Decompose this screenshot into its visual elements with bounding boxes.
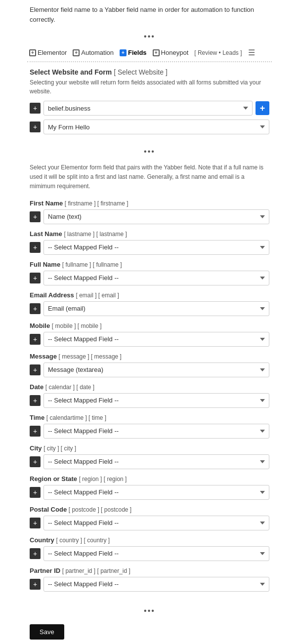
country-label: Country [ country ] [ country ] (30, 536, 269, 544)
date-row: + -- Select Mapped Field -- (30, 393, 269, 408)
full-name-select[interactable]: -- Select Mapped Field -- (43, 271, 269, 285)
partner-id-add-button[interactable]: + (30, 579, 41, 590)
tab-fields[interactable]: + Fields (118, 48, 149, 57)
form-add-button[interactable]: + (30, 121, 41, 132)
country-block: Country [ country ] [ country ] + -- Sel… (30, 536, 269, 561)
fields-plus-icon: + (120, 49, 127, 56)
date-block: Date [ calendar ] [ date ] + -- Select M… (30, 383, 269, 408)
automation-plus-icon: + (73, 49, 80, 56)
region-row: + -- Select Mapped Field -- (30, 485, 269, 500)
postal-label: Postal Code [ postcode ] [ postcode ] (30, 506, 269, 513)
first-name-label: First Name [ firstname ] [ firstname ] (30, 200, 269, 207)
partner-id-label: Partner ID [ partner_id ] [ partner_id ] (30, 567, 269, 574)
mobile-row: + -- Select Mapped Field -- (30, 332, 269, 347)
date-label: Date [ calendar ] [ date ] (30, 383, 269, 391)
top-dots-divider: ••• (0, 29, 299, 44)
page-wrapper: Elementor field name to a Yabber field n… (0, 0, 299, 644)
region-label: Region or State [ region ] [ region ] (30, 475, 269, 483)
first-name-row: + Name (text) -- Select Mapped Field -- (30, 209, 269, 224)
postal-add-button[interactable]: + (30, 518, 41, 528)
time-select[interactable]: -- Select Mapped Field -- (43, 424, 269, 439)
partner-id-select[interactable]: -- Select Mapped Field -- (43, 577, 269, 592)
email-label: Email Address [ email ] [ email ] (30, 291, 269, 299)
full-name-add-button[interactable]: + (30, 273, 41, 283)
last-name-label: Last Name [ lastname ] [ lastname ] (30, 230, 269, 238)
save-button[interactable]: Save (30, 624, 64, 640)
message-select[interactable]: Message (textarea) -- Select Mapped Fiel… (43, 362, 269, 377)
last-name-select[interactable]: -- Select Mapped Field -- (43, 240, 269, 255)
tab-automation[interactable]: + Automation (71, 48, 116, 57)
tab-honeypot[interactable]: + Honeypot (151, 48, 191, 57)
honeypot-plus-icon: + (153, 49, 160, 56)
last-name-add-button[interactable]: + (30, 242, 41, 253)
date-select[interactable]: -- Select Mapped Field -- (43, 393, 269, 408)
tab-review-leads: [ Review • Leads ] (192, 48, 244, 57)
mobile-add-button[interactable]: + (30, 334, 41, 345)
tab-elementor-label: Elementor (38, 49, 67, 56)
fields-section: First Name [ firstname ] [ firstname ] +… (0, 194, 299, 604)
postal-block: Postal Code [ postcode ] [ postcode ] + … (30, 506, 269, 530)
partner-id-row: + -- Select Mapped Field -- (30, 577, 269, 592)
first-name-add-button[interactable]: + (30, 211, 41, 222)
elementor-plus-icon: + (29, 49, 36, 56)
email-row: + Email (email) -- Select Mapped Field -… (30, 301, 269, 316)
middle-dots-divider: ••• (0, 144, 299, 159)
website-form-desc: Selecting your website will return form … (30, 78, 269, 96)
city-block: City [ city ] [ city ] + -- Select Mappe… (30, 444, 269, 469)
full-name-row: + -- Select Mapped Field -- (30, 271, 269, 285)
form-row: + My Form Hello (30, 120, 269, 134)
top-description: Elementor field name to a Yabber field n… (0, 0, 299, 29)
country-add-button[interactable]: + (30, 548, 41, 559)
mobile-label: Mobile [ mobile ] [ mobile ] (30, 322, 269, 329)
message-add-button[interactable]: + (30, 364, 41, 375)
tab-list-icon[interactable]: ☰ (246, 47, 257, 58)
website-form-title: Select Website and Form [ Select Website… (30, 68, 269, 76)
region-block: Region or State [ region ] [ region ] + … (30, 475, 269, 500)
full-name-label: Full Name [ fullname ] [ fullname ] (30, 261, 269, 268)
email-add-button[interactable]: + (30, 303, 41, 314)
save-section: Save (0, 618, 299, 644)
country-select[interactable]: -- Select Mapped Field -- (43, 546, 269, 561)
website-form-section: Select Website and Form [ Select Website… (0, 62, 299, 144)
postal-select[interactable]: -- Select Mapped Field -- (43, 516, 269, 530)
first-name-block: First Name [ firstname ] [ firstname ] +… (30, 200, 269, 224)
bottom-dots-divider: ••• (0, 604, 299, 618)
city-add-button[interactable]: + (30, 456, 41, 467)
message-row: + Message (textarea) -- Select Mapped Fi… (30, 362, 269, 377)
time-row: + -- Select Mapped Field -- (30, 424, 269, 439)
tab-honeypot-label: Honeypot (161, 49, 189, 56)
city-row: + -- Select Mapped Field -- (30, 454, 269, 469)
tab-elementor[interactable]: + Elementor (27, 48, 69, 57)
region-select[interactable]: -- Select Mapped Field -- (43, 485, 269, 500)
form-select[interactable]: My Form Hello (43, 120, 269, 134)
website-row: + belief.business + (30, 101, 269, 116)
mobile-select[interactable]: -- Select Mapped Field -- (43, 332, 269, 347)
time-label: Time [ calendartime ] [ time ] (30, 414, 269, 421)
last-name-row: + -- Select Mapped Field -- (30, 240, 269, 255)
city-label: City [ city ] [ city ] (30, 444, 269, 452)
tab-automation-label: Automation (81, 49, 114, 56)
message-block: Message [ message ] [ message ] + Messag… (30, 353, 269, 377)
tab-fields-label: Fields (128, 49, 147, 56)
website-add-button[interactable]: + (30, 103, 41, 114)
postal-row: + -- Select Mapped Field -- (30, 516, 269, 530)
info-section: Select your Elementor form field that pa… (0, 159, 299, 194)
email-select[interactable]: Email (email) -- Select Mapped Field -- (43, 301, 269, 316)
website-select[interactable]: belief.business (43, 101, 253, 116)
city-select[interactable]: -- Select Mapped Field -- (43, 454, 269, 469)
message-label: Message [ message ] [ message ] (30, 353, 269, 360)
partner-id-block: Partner ID [ partner_id ] [ partner_id ]… (30, 567, 269, 592)
mobile-block: Mobile [ mobile ] [ mobile ] + -- Select… (30, 322, 269, 347)
time-block: Time [ calendartime ] [ time ] + -- Sele… (30, 414, 269, 439)
email-block: Email Address [ email ] [ email ] + Emai… (30, 291, 269, 316)
website-blue-plus-button[interactable]: + (256, 101, 269, 115)
time-add-button[interactable]: + (30, 426, 41, 437)
tab-bar: + Elementor + Automation + Fields + Hone… (0, 44, 299, 61)
country-row: + -- Select Mapped Field -- (30, 546, 269, 561)
last-name-block: Last Name [ lastname ] [ lastname ] + --… (30, 230, 269, 255)
full-name-block: Full Name [ fullname ] [ fullname ] + --… (30, 261, 269, 285)
first-name-select[interactable]: Name (text) -- Select Mapped Field -- (43, 209, 269, 224)
region-add-button[interactable]: + (30, 487, 41, 498)
date-add-button[interactable]: + (30, 395, 41, 406)
